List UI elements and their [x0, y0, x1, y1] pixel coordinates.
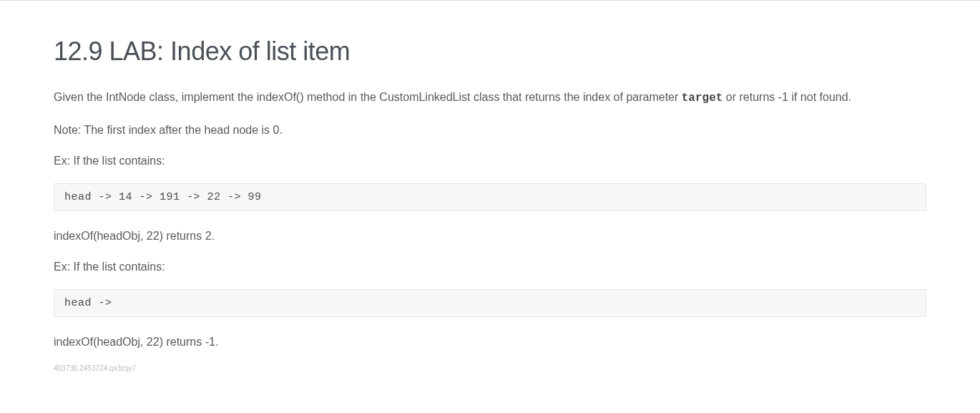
example-2-result: indexOf(headObj, 22) returns -1. [54, 333, 926, 351]
intro-text-post: or returns -1 if not found. [722, 91, 851, 103]
example-2-label: Ex: If the list contains: [54, 258, 926, 276]
example-1-result: indexOf(headObj, 22) returns 2. [54, 227, 926, 246]
code-block-2: head -> [54, 289, 926, 317]
code-block-1: head -> 14 -> 191 -> 22 -> 99 [54, 183, 926, 211]
intro-paragraph: Given the IntNode class, implement the i… [54, 88, 926, 108]
note-paragraph: Note: The first index after the head nod… [54, 121, 926, 140]
footer-id: 403736.2453724.qx3zqy7 [54, 364, 926, 372]
intro-text-pre: Given the IntNode class, implement the i… [54, 91, 682, 103]
inline-code-target: target [682, 92, 723, 105]
page-title: 12.9 LAB: Index of list item [54, 37, 926, 67]
lab-content: 12.9 LAB: Index of list item Given the I… [0, 0, 980, 387]
example-1-label: Ex: If the list contains: [54, 152, 926, 170]
